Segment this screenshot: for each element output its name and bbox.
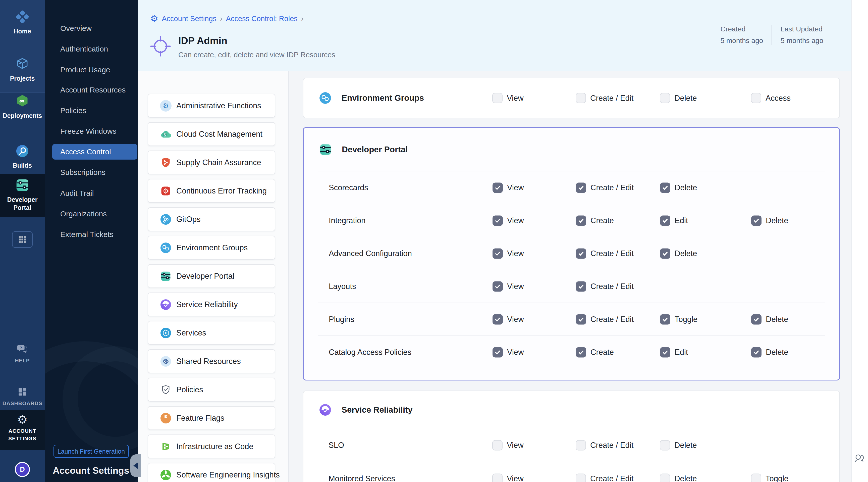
toggle-checkbox[interactable] <box>660 314 670 325</box>
launch-first-generation-button[interactable]: Launch First Generation <box>54 445 129 458</box>
sidebar-item-organizations[interactable]: Organizations <box>52 206 138 222</box>
delete-checkbox[interactable] <box>660 440 670 450</box>
breadcrumb-access-control-roles[interactable]: Access Control: Roles <box>226 14 298 23</box>
permission-row-slo: SLO View Create / Edit Delete <box>303 429 839 462</box>
resource-category-list: ⚙ Administrative Functions $ Cloud Cost … <box>138 71 289 482</box>
create-checkbox[interactable] <box>576 347 586 357</box>
account-settings-gear-icon: ⚙ <box>150 13 158 24</box>
permission-label: Delete <box>675 249 697 258</box>
resource-label: Administrative Functions <box>176 101 261 110</box>
permission-label: View <box>507 216 524 225</box>
user-avatar[interactable]: D <box>15 462 30 477</box>
row-label: Integration <box>329 216 366 225</box>
toggle-checkbox[interactable] <box>751 474 761 482</box>
rail-item-home[interactable]: Home <box>0 9 45 35</box>
sidebar-item-external-tickets[interactable]: External Tickets <box>52 227 138 242</box>
support-icon[interactable] <box>854 452 866 464</box>
delete-checkbox[interactable] <box>660 248 670 259</box>
sidebar-item-audit-trail[interactable]: Audit Trail <box>52 185 138 201</box>
permission-label: Delete <box>766 315 788 324</box>
developer-portal-icon <box>14 177 30 193</box>
resource-card-administrative-functions[interactable]: ⚙ Administrative Functions <box>148 94 275 118</box>
resource-card-feature-flags[interactable]: Feature Flags <box>148 406 275 430</box>
view-checkbox[interactable] <box>493 182 503 193</box>
permission-label: View <box>507 93 524 102</box>
rail-item-label: Builds <box>11 161 33 170</box>
create-checkbox[interactable] <box>576 215 586 226</box>
view-checkbox[interactable] <box>492 474 502 482</box>
row-label: Catalog Access Policies <box>329 348 411 357</box>
resource-card-software-engineering-insights[interactable]: Software Engineering Insights <box>148 463 275 482</box>
row-label: Advanced Configuration <box>329 249 412 258</box>
create-edit-checkbox[interactable] <box>576 314 586 325</box>
rail-item-builds[interactable]: Builds <box>0 143 45 170</box>
view-checkbox[interactable] <box>493 248 503 259</box>
create-edit-checkbox[interactable] <box>576 440 586 450</box>
delete-checkbox[interactable] <box>751 215 762 226</box>
module-selector-button[interactable] <box>12 231 33 248</box>
sidebar-item-authentication[interactable]: Authentication <box>52 41 138 57</box>
view-checkbox[interactable] <box>492 93 502 103</box>
view-checkbox[interactable] <box>493 347 503 357</box>
sidebar-collapse-handle[interactable] <box>130 454 141 477</box>
access-checkbox[interactable] <box>751 93 761 103</box>
role-meta: Created 5 months ago Last Updated 5 mont… <box>720 25 823 45</box>
sidebar-item-policies[interactable]: Policies <box>52 103 138 118</box>
projects-cube-icon <box>14 56 30 72</box>
resource-card-policies[interactable]: Policies <box>148 378 275 401</box>
view-checkbox[interactable] <box>493 314 503 325</box>
resource-label: Cloud Cost Management <box>176 130 262 139</box>
sidebar-item-subscriptions[interactable]: Subscriptions <box>52 164 138 180</box>
resource-card-environment-groups[interactable]: Environment Groups <box>148 236 275 260</box>
delete-checkbox[interactable] <box>660 93 670 103</box>
delete-checkbox[interactable] <box>751 347 762 357</box>
create-edit-checkbox[interactable] <box>576 93 586 103</box>
rail-item-dashboards[interactable]: DASHBOARDS <box>0 386 45 407</box>
delete-checkbox[interactable] <box>660 474 670 482</box>
cloud-cost-management-icon: $ <box>160 128 172 140</box>
delete-checkbox[interactable] <box>751 314 762 325</box>
rail-item-label: Developer Portal <box>3 195 41 212</box>
view-checkbox[interactable] <box>493 281 503 292</box>
permission-label: Toggle <box>766 474 788 482</box>
resource-card-gitops[interactable]: GitOps <box>148 207 275 231</box>
resource-label: Developer Portal <box>176 272 234 281</box>
create-edit-checkbox[interactable] <box>576 248 586 259</box>
sidebar-item-label: Subscriptions <box>60 168 105 177</box>
create-edit-checkbox[interactable] <box>576 474 586 482</box>
sidebar-item-account-resources[interactable]: Account Resources <box>52 82 138 98</box>
avatar-initial: D <box>20 466 25 474</box>
rail-item-account-settings[interactable]: ⚙ ACCOUNT SETTINGS <box>0 414 45 442</box>
resource-card-infrastructure-as-code[interactable]: Infrastructure as Code <box>148 434 275 458</box>
resource-card-service-reliability[interactable]: Service Reliability <box>148 293 275 317</box>
row-label: SLO <box>329 441 344 450</box>
sidebar-item-label: Access Control <box>60 148 111 156</box>
rail-item-developer-portal[interactable]: Developer Portal <box>0 177 45 212</box>
resource-card-cloud-cost-management[interactable]: $ Cloud Cost Management <box>148 122 275 146</box>
panel-header: Service Reliability <box>303 391 839 429</box>
sidebar-item-access-control[interactable]: Access Control <box>52 144 137 159</box>
resource-card-services[interactable]: Services <box>148 321 275 345</box>
resource-card-shared-resources[interactable]: Shared Resources <box>148 349 275 373</box>
view-checkbox[interactable] <box>493 215 503 226</box>
delete-checkbox[interactable] <box>660 182 670 193</box>
view-checkbox[interactable] <box>492 440 502 450</box>
breadcrumb-account-settings[interactable]: Account Settings <box>162 14 217 23</box>
rail-item-deployments[interactable]: Deployments <box>0 93 45 120</box>
policies-icon <box>160 384 172 396</box>
edit-checkbox[interactable] <box>660 347 670 357</box>
resource-card-supply-chain-assurance[interactable]: Supply Chain Assurance <box>148 151 275 174</box>
create-edit-checkbox[interactable] <box>576 182 586 193</box>
sidebar-item-overview[interactable]: Overview <box>52 21 138 36</box>
create-edit-checkbox[interactable] <box>576 281 586 292</box>
resource-card-continuous-error-tracking[interactable]: Continuous Error Tracking <box>148 179 275 203</box>
permission-label: Create / Edit <box>590 441 633 450</box>
rail-item-help[interactable]: ? HELP <box>0 343 45 364</box>
resource-card-developer-portal[interactable]: Developer Portal <box>148 264 275 288</box>
rail-item-projects[interactable]: Projects <box>0 56 45 83</box>
sidebar-item-product-usage[interactable]: Product Usage <box>52 62 138 78</box>
deployments-pipeline-icon <box>14 93 30 109</box>
edit-checkbox[interactable] <box>660 215 670 226</box>
sidebar-item-freeze-windows[interactable]: Freeze Windows <box>52 123 138 139</box>
permission-access: Access <box>751 93 790 103</box>
